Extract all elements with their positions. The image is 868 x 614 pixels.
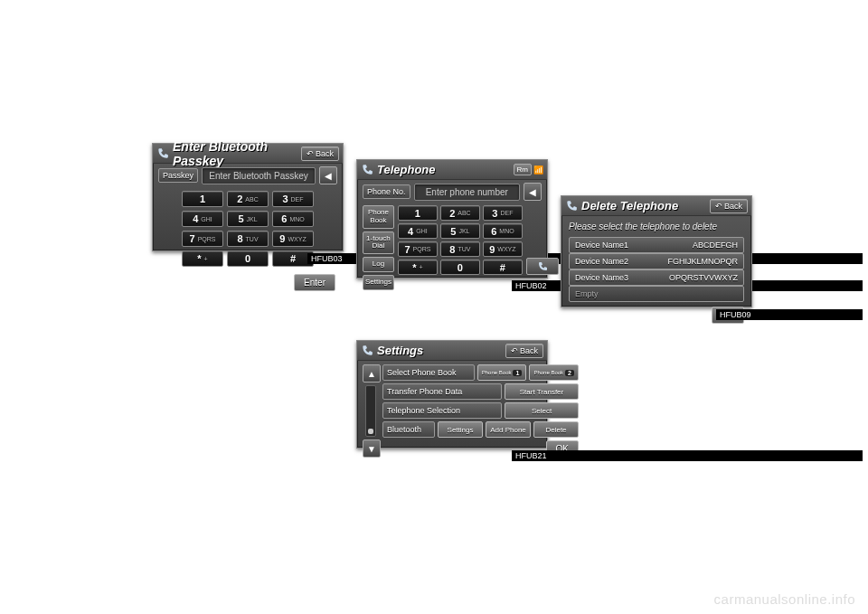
keypad-key-5[interactable]: 5JKL — [440, 223, 480, 239]
key-letters: ABC — [245, 196, 258, 203]
key-digit: 3 — [492, 208, 497, 219]
keypad-key-2[interactable]: 2ABC — [227, 191, 269, 207]
key-letters: ABC — [458, 210, 470, 216]
back-button[interactable]: ↶ Back — [505, 344, 543, 358]
transfer-phone-data-label: Transfer Phone Data — [382, 383, 502, 400]
telephone-panel: Telephone Rm 📶 Phone No. Enter phone num… — [356, 159, 548, 279]
scroll-down-button[interactable]: ▼ — [363, 439, 381, 458]
pb1-number: 1 — [513, 370, 522, 376]
keypad-key-9[interactable]: 9WXYZ — [483, 241, 523, 257]
keypad-key-0[interactable]: 0 — [440, 260, 480, 275]
phone-icon — [156, 147, 169, 160]
key-digit: 9 — [489, 244, 495, 255]
log-button[interactable]: Log — [363, 257, 394, 272]
key-digit: 0 — [245, 253, 250, 264]
keypad-key-3[interactable]: 3DEF — [483, 205, 523, 221]
pb1-text: Phone Book — [482, 370, 512, 375]
key-letters: MNO — [289, 216, 304, 222]
keypad-key-6[interactable]: 6MNO — [483, 223, 523, 239]
settings-panel: Settings ↶ Back ▲ ▼ Select Phone Book Ph… — [356, 340, 548, 449]
back-arrow-icon: ↶ — [511, 346, 518, 355]
device-row[interactable]: Device Name2FGHIJKLMNOPQR — [569, 253, 744, 269]
delete-instruction: Please select the telephone to delete — [569, 220, 744, 234]
telephone-titlebar: Telephone Rm 📶 — [357, 160, 547, 180]
key-digit: 9 — [279, 233, 285, 244]
handset-icon — [536, 261, 549, 272]
settings-button[interactable]: Settings — [363, 275, 394, 290]
signal-indicator: Rm 📶 — [514, 164, 543, 175]
phone-icon — [565, 200, 578, 213]
phone-icon — [361, 164, 373, 176]
telephone-keypad: 12ABC3DEF4GHI5JKL6MNO7PQRS8TUV9WXYZ*+0# — [398, 205, 523, 275]
settings-rows: Select Phone Book Phone Book 1 Phone Boo… — [382, 364, 579, 458]
device-row[interactable]: Device Name3OPQRSTVVWXYZ — [569, 269, 744, 286]
keypad-key-8[interactable]: 8TUV — [227, 231, 269, 247]
device-value: ABCDEFGH — [693, 241, 738, 250]
keypad-key-9[interactable]: 9WXYZ — [272, 231, 314, 247]
add-phone-button[interactable]: Add Phone — [486, 421, 531, 438]
antenna-icon: 📶 — [533, 165, 543, 175]
delete-titlebar: Delete Telephone ↶ Back — [561, 196, 751, 216]
keypad-key-7[interactable]: 7PQRS — [398, 241, 438, 257]
keypad-key-0[interactable]: 0 — [227, 250, 269, 267]
passkey-input[interactable]: Enter Bluetooth Passkey — [202, 167, 316, 184]
keypad-key-4[interactable]: 4GHI — [182, 211, 223, 227]
key-digit: 4 — [408, 226, 413, 237]
pb2-number: 2 — [565, 370, 574, 376]
device-row[interactable]: Device Name1ABCDEFGH — [569, 237, 744, 253]
keypad-key-6[interactable]: 6MNO — [272, 211, 314, 227]
key-digit: * — [412, 262, 416, 273]
key-letters: + — [420, 264, 423, 270]
key-digit: 6 — [281, 213, 287, 224]
keypad-key-3[interactable]: 3DEF — [272, 191, 314, 207]
key-letters: JKL — [458, 228, 469, 234]
backspace-icon: ◀ — [325, 171, 332, 181]
scroll-track[interactable] — [365, 385, 376, 437]
delete-button[interactable]: Delete — [533, 421, 579, 438]
key-letters: WXYZ — [497, 246, 515, 252]
phone-book-2-button[interactable]: Phone Book 2 — [529, 364, 579, 381]
bluetooth-label: Bluetooth — [382, 421, 435, 438]
back-arrow-icon: ↶ — [307, 149, 314, 158]
phone-book-button[interactable]: Phone Book — [363, 205, 394, 229]
device-label: Device Name1 — [575, 241, 628, 250]
enter-button[interactable]: Enter — [294, 274, 335, 291]
back-button[interactable]: ↶ Back — [710, 199, 748, 213]
backspace-icon: ◀ — [529, 187, 536, 197]
keypad-key-1[interactable]: 1 — [182, 191, 223, 207]
backspace-button[interactable]: ◀ — [319, 166, 337, 184]
key-digit: 5 — [238, 213, 243, 224]
keypad-key-*[interactable]: *+ — [182, 250, 223, 267]
phone-book-1-button[interactable]: Phone Book 1 — [477, 364, 527, 381]
key-digit: 0 — [458, 262, 463, 273]
keypad-key-7[interactable]: 7PQRS — [182, 231, 223, 247]
key-digit: 2 — [449, 208, 455, 219]
keypad-key-4[interactable]: 4GHI — [398, 223, 438, 239]
back-arrow-icon: ↶ — [715, 202, 722, 211]
keypad-key-2[interactable]: 2ABC — [440, 205, 480, 221]
backspace-button[interactable]: ◀ — [524, 183, 542, 201]
key-letters: JKL — [247, 216, 258, 222]
phone-number-row: Phone No. Enter phone number ◀ — [357, 180, 547, 203]
delete-telephone-panel: Delete Telephone ↶ Back Please select th… — [561, 195, 752, 307]
key-letters: GHI — [416, 228, 427, 234]
one-touch-dial-button[interactable]: 1-touch Dial — [363, 231, 394, 255]
call-button[interactable] — [526, 258, 559, 275]
keypad-key-*[interactable]: *+ — [398, 260, 438, 275]
keypad-key-8[interactable]: 8TUV — [440, 241, 480, 257]
key-digit: # — [500, 262, 505, 273]
device-row-empty: Empty — [569, 286, 744, 302]
key-letters: GHI — [201, 216, 212, 222]
key-digit: 5 — [450, 226, 456, 237]
back-button[interactable]: ↶ Back — [301, 146, 339, 161]
scroll-up-button[interactable]: ▲ — [363, 364, 381, 383]
bluetooth-settings-button[interactable]: Settings — [438, 421, 483, 438]
keypad-key-1[interactable]: 1 — [398, 205, 438, 221]
keypad-key-5[interactable]: 5JKL — [227, 211, 269, 227]
device-value: OPQRSTVVWXYZ — [669, 273, 738, 282]
start-transfer-button[interactable]: Start Transfer — [505, 383, 579, 400]
keypad-key-#[interactable]: # — [483, 260, 523, 275]
phone-number-input[interactable]: Enter phone number — [414, 184, 520, 201]
select-button[interactable]: Select — [505, 402, 579, 419]
device-list: Device Name1ABCDEFGHDevice Name2FGHIJKLM… — [569, 237, 744, 302]
